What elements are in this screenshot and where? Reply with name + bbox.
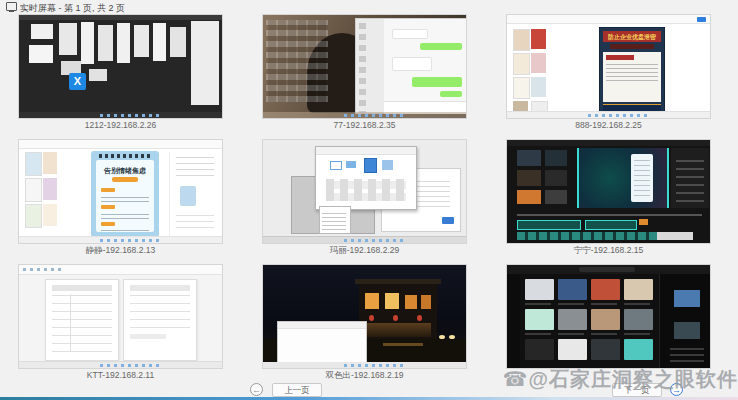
prev-page-arrow-icon[interactable]: ← xyxy=(250,383,263,396)
title-bar: 实时屏幕 - 第 1 页, 共 2 页 xyxy=(0,0,738,13)
template-card xyxy=(513,29,530,51)
poster-subband xyxy=(610,44,654,49)
timeline-clip-teal xyxy=(585,220,637,230)
section-label xyxy=(101,205,115,209)
poster-badge xyxy=(112,177,138,182)
phone-mockup xyxy=(631,154,653,202)
app-logo: X xyxy=(69,73,86,90)
chat-bubble-right xyxy=(412,77,462,87)
poster-title-band: 防止企业优盘泄密 xyxy=(603,31,661,42)
window-strip xyxy=(19,15,223,20)
chat-bubble-right xyxy=(420,43,462,50)
card xyxy=(89,69,107,81)
watermark-text: @石家庄洞察之眼软件 xyxy=(528,368,738,390)
screen-thumbnail-3[interactable]: 防止企业优盘泄密 xyxy=(506,14,711,119)
spiral-binding xyxy=(99,154,151,158)
side-panel xyxy=(191,21,219,105)
table-block xyxy=(130,334,166,339)
template-card xyxy=(531,53,546,73)
white-window xyxy=(277,321,367,366)
screen-thumbnail-4[interactable]: 告别情绪焦虑 xyxy=(18,139,223,244)
media-card xyxy=(517,150,541,166)
gallery-tile xyxy=(525,279,554,300)
textlines xyxy=(101,227,149,231)
right-panel xyxy=(659,274,711,369)
card xyxy=(31,24,53,39)
shape-blue xyxy=(382,160,393,170)
poster-body xyxy=(603,52,661,102)
tile-caption xyxy=(624,333,650,335)
panel-thumb xyxy=(674,322,700,339)
card xyxy=(117,23,130,63)
toolbar-icons xyxy=(23,268,63,271)
screen-label: 玛丽-192.168.2.29 xyxy=(262,244,467,258)
tile-caption xyxy=(558,333,584,335)
screen-label: 宁宁-192.168.2.15 xyxy=(506,244,711,258)
taskbar xyxy=(263,236,466,243)
monitoring-window: 实时屏幕 - 第 1 页, 共 2 页 X 1212-1 xyxy=(0,0,738,400)
table-header xyxy=(130,285,190,291)
poster-red-header xyxy=(606,55,634,60)
right-panel xyxy=(169,152,220,236)
table-col-line xyxy=(70,294,71,352)
poster-footer xyxy=(603,104,661,111)
chat-bubble-left xyxy=(392,57,432,71)
phone-icon: ☎ xyxy=(503,368,529,390)
media-card xyxy=(517,170,541,186)
usb-poster: 防止企业优盘泄密 xyxy=(599,27,665,113)
screen-cell-7: KTT-192.168.2.11 xyxy=(18,264,223,385)
template-sidebar xyxy=(511,27,549,113)
top-bar xyxy=(507,265,711,274)
screen-thumbnail-8[interactable] xyxy=(262,264,467,369)
lantern xyxy=(369,315,374,321)
screen-label: 77-192.168.2.35 xyxy=(262,119,467,133)
prev-page-button[interactable]: 上一页 xyxy=(272,383,322,397)
chat-bubble-right xyxy=(440,91,462,97)
screen-thumbnail-1[interactable]: X xyxy=(18,14,223,119)
contact-list xyxy=(356,19,384,113)
textlines xyxy=(101,194,149,202)
textlines xyxy=(101,211,149,219)
tile-caption xyxy=(591,333,617,335)
template-card xyxy=(513,77,530,99)
panel-lines xyxy=(176,212,214,228)
timeline-track2 xyxy=(517,232,667,240)
roof xyxy=(355,279,441,284)
taskbar xyxy=(507,111,710,118)
taskbar xyxy=(263,112,466,118)
screen-thumbnail-2[interactable] xyxy=(262,14,467,119)
template-card xyxy=(43,178,57,200)
gallery-tile xyxy=(525,309,554,330)
card xyxy=(153,23,166,61)
media-card xyxy=(545,150,567,166)
poster-inner: 告别情绪焦虑 xyxy=(96,160,154,232)
screens-grid: X 1212-192.168.2.26 xyxy=(18,14,711,385)
car-light xyxy=(439,335,445,339)
template-card xyxy=(25,204,42,228)
light-reflection xyxy=(383,343,423,346)
screen-thumbnail-5[interactable] xyxy=(262,139,467,244)
lit-window xyxy=(385,293,399,309)
doc-toolbar xyxy=(19,265,223,275)
dropdown-list xyxy=(319,206,351,234)
lit-window xyxy=(365,293,379,309)
screen-label: 双色出-192.168.2.19 xyxy=(262,369,467,383)
taskbar-icons xyxy=(100,364,160,367)
phone-lines xyxy=(634,160,650,196)
dropdown-items xyxy=(322,210,346,230)
section-label xyxy=(101,188,115,192)
template-card xyxy=(531,77,546,97)
taskbar-icons xyxy=(344,114,404,117)
panel-thumb xyxy=(180,186,196,206)
screen-cell-5: 玛丽-192.168.2.29 xyxy=(262,139,467,260)
template-card xyxy=(25,152,42,176)
template-card xyxy=(25,178,42,202)
template-card xyxy=(531,29,546,49)
screen-label: 静静-192.168.2.13 xyxy=(18,244,223,258)
gallery-tile xyxy=(591,339,620,360)
screen-cell-8: 双色出-192.168.2.19 xyxy=(262,264,467,385)
screen-thumbnail-6[interactable] xyxy=(506,139,711,244)
screen-thumbnail-7[interactable] xyxy=(18,264,223,369)
shop-glow xyxy=(363,323,431,337)
screen-thumbnail-9[interactable] xyxy=(506,264,711,369)
